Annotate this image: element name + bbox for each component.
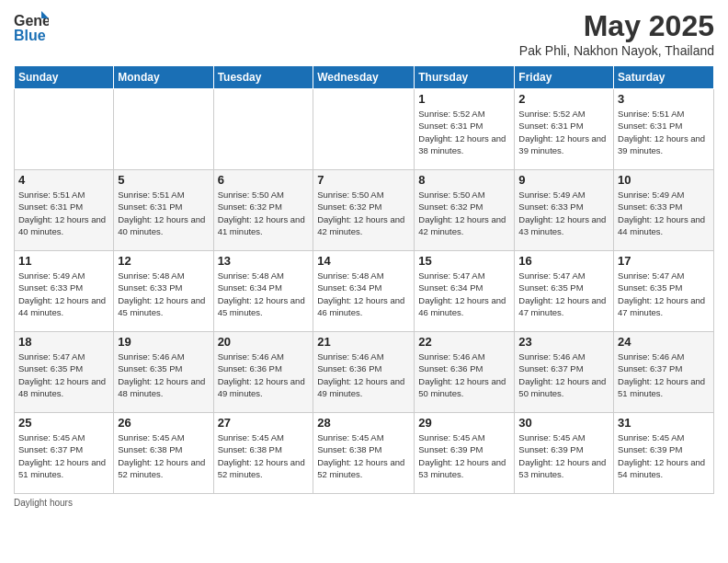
column-header-monday: Monday — [114, 66, 213, 89]
day-info: Sunrise: 5:45 AM Sunset: 6:37 PM Dayligh… — [18, 431, 109, 480]
calendar-header-row: SundayMondayTuesdayWednesdayThursdayFrid… — [15, 66, 714, 89]
calendar-cell: 1Sunrise: 5:52 AM Sunset: 6:31 PM Daylig… — [415, 89, 515, 170]
day-info: Sunrise: 5:50 AM Sunset: 6:32 PM Dayligh… — [317, 189, 410, 237]
day-info: Sunrise: 5:45 AM Sunset: 6:39 PM Dayligh… — [618, 431, 710, 480]
day-info: Sunrise: 5:46 AM Sunset: 6:35 PM Dayligh… — [118, 350, 209, 399]
day-number: 27 — [218, 416, 310, 430]
day-number: 25 — [18, 416, 109, 430]
calendar-cell: 16Sunrise: 5:47 AM Sunset: 6:35 PM Dayli… — [515, 251, 614, 332]
calendar-cell: 31Sunrise: 5:45 AM Sunset: 6:39 PM Dayli… — [614, 413, 714, 494]
day-info: Sunrise: 5:47 AM Sunset: 6:35 PM Dayligh… — [18, 350, 109, 399]
day-info: Sunrise: 5:49 AM Sunset: 6:33 PM Dayligh… — [18, 270, 109, 318]
calendar-cell: 19Sunrise: 5:46 AM Sunset: 6:35 PM Dayli… — [114, 332, 213, 413]
day-info: Sunrise: 5:48 AM Sunset: 6:34 PM Dayligh… — [218, 270, 310, 318]
day-number: 21 — [317, 335, 410, 349]
day-number: 8 — [418, 173, 510, 187]
day-info: Sunrise: 5:47 AM Sunset: 6:34 PM Dayligh… — [418, 270, 510, 318]
week-row-5: 25Sunrise: 5:45 AM Sunset: 6:37 PM Dayli… — [15, 413, 714, 494]
day-number: 3 — [618, 92, 710, 106]
calendar-cell: 12Sunrise: 5:48 AM Sunset: 6:33 PM Dayli… — [114, 251, 213, 332]
calendar-cell: 6Sunrise: 5:50 AM Sunset: 6:32 PM Daylig… — [213, 170, 313, 251]
page: General Blue May 2025 Pak Phli, Nakhon N… — [0, 0, 728, 563]
day-number: 17 — [618, 254, 710, 268]
day-number: 10 — [618, 173, 710, 187]
week-row-4: 18Sunrise: 5:47 AM Sunset: 6:35 PM Dayli… — [15, 332, 714, 413]
day-number: 30 — [518, 416, 609, 430]
week-row-1: 1Sunrise: 5:52 AM Sunset: 6:31 PM Daylig… — [15, 89, 714, 170]
day-info: Sunrise: 5:46 AM Sunset: 6:36 PM Dayligh… — [218, 350, 310, 399]
day-info: Sunrise: 5:52 AM Sunset: 6:31 PM Dayligh… — [418, 108, 510, 156]
day-info: Sunrise: 5:47 AM Sunset: 6:35 PM Dayligh… — [618, 270, 710, 318]
day-info: Sunrise: 5:45 AM Sunset: 6:38 PM Dayligh… — [118, 431, 209, 480]
calendar-cell: 5Sunrise: 5:51 AM Sunset: 6:31 PM Daylig… — [114, 170, 213, 251]
calendar-cell: 23Sunrise: 5:46 AM Sunset: 6:37 PM Dayli… — [515, 332, 614, 413]
svg-text:Blue: Blue — [14, 28, 46, 43]
day-info: Sunrise: 5:51 AM Sunset: 6:31 PM Dayligh… — [118, 189, 209, 237]
header: General Blue May 2025 Pak Phli, Nakhon N… — [14, 9, 714, 58]
day-info: Sunrise: 5:45 AM Sunset: 6:39 PM Dayligh… — [518, 431, 609, 480]
day-number: 6 — [218, 173, 310, 187]
day-number: 15 — [418, 254, 510, 268]
day-info: Sunrise: 5:49 AM Sunset: 6:33 PM Dayligh… — [518, 189, 609, 237]
day-number: 16 — [518, 254, 609, 268]
day-info: Sunrise: 5:46 AM Sunset: 6:36 PM Dayligh… — [418, 350, 510, 399]
day-info: Sunrise: 5:46 AM Sunset: 6:37 PM Dayligh… — [618, 350, 710, 399]
calendar-cell — [313, 89, 415, 170]
calendar-cell — [114, 89, 213, 170]
day-info: Sunrise: 5:50 AM Sunset: 6:32 PM Dayligh… — [418, 189, 510, 237]
column-header-tuesday: Tuesday — [213, 66, 313, 89]
day-number: 19 — [118, 335, 209, 349]
calendar-cell: 25Sunrise: 5:45 AM Sunset: 6:37 PM Dayli… — [15, 413, 114, 494]
day-number: 20 — [218, 335, 310, 349]
calendar-cell: 15Sunrise: 5:47 AM Sunset: 6:34 PM Dayli… — [415, 251, 515, 332]
day-info: Sunrise: 5:48 AM Sunset: 6:33 PM Dayligh… — [118, 270, 209, 318]
day-number: 13 — [218, 254, 310, 268]
calendar-cell: 8Sunrise: 5:50 AM Sunset: 6:32 PM Daylig… — [415, 170, 515, 251]
calendar-cell: 2Sunrise: 5:52 AM Sunset: 6:31 PM Daylig… — [515, 89, 614, 170]
calendar-cell — [15, 89, 114, 170]
calendar-cell: 20Sunrise: 5:46 AM Sunset: 6:36 PM Dayli… — [213, 332, 313, 413]
day-number: 9 — [518, 173, 609, 187]
day-number: 4 — [18, 173, 109, 187]
day-info: Sunrise: 5:49 AM Sunset: 6:33 PM Dayligh… — [618, 189, 710, 237]
logo: General Blue — [14, 9, 49, 52]
day-number: 31 — [618, 416, 710, 430]
calendar-cell: 17Sunrise: 5:47 AM Sunset: 6:35 PM Dayli… — [614, 251, 714, 332]
title-block: May 2025 Pak Phli, Nakhon Nayok, Thailan… — [519, 9, 714, 58]
logo-icon: General Blue — [14, 9, 49, 52]
day-info: Sunrise: 5:46 AM Sunset: 6:36 PM Dayligh… — [317, 350, 410, 399]
column-header-friday: Friday — [515, 66, 614, 89]
calendar-cell: 9Sunrise: 5:49 AM Sunset: 6:33 PM Daylig… — [515, 170, 614, 251]
calendar-cell — [213, 89, 313, 170]
day-number: 11 — [18, 254, 109, 268]
calendar-cell: 18Sunrise: 5:47 AM Sunset: 6:35 PM Dayli… — [15, 332, 114, 413]
footer-note: Daylight hours — [14, 498, 714, 508]
day-number: 5 — [118, 173, 209, 187]
calendar-cell: 14Sunrise: 5:48 AM Sunset: 6:34 PM Dayli… — [313, 251, 415, 332]
day-number: 23 — [518, 335, 609, 349]
calendar-cell: 3Sunrise: 5:51 AM Sunset: 6:31 PM Daylig… — [614, 89, 714, 170]
day-info: Sunrise: 5:52 AM Sunset: 6:31 PM Dayligh… — [518, 108, 609, 156]
calendar-cell: 7Sunrise: 5:50 AM Sunset: 6:32 PM Daylig… — [313, 170, 415, 251]
calendar-cell: 13Sunrise: 5:48 AM Sunset: 6:34 PM Dayli… — [213, 251, 313, 332]
day-number: 26 — [118, 416, 209, 430]
day-number: 7 — [317, 173, 410, 187]
calendar-cell: 10Sunrise: 5:49 AM Sunset: 6:33 PM Dayli… — [614, 170, 714, 251]
calendar-cell: 24Sunrise: 5:46 AM Sunset: 6:37 PM Dayli… — [614, 332, 714, 413]
calendar-cell: 21Sunrise: 5:46 AM Sunset: 6:36 PM Dayli… — [313, 332, 415, 413]
day-info: Sunrise: 5:46 AM Sunset: 6:37 PM Dayligh… — [518, 350, 609, 399]
day-number: 29 — [418, 416, 510, 430]
day-info: Sunrise: 5:51 AM Sunset: 6:31 PM Dayligh… — [618, 108, 710, 156]
day-number: 1 — [418, 92, 510, 106]
calendar-cell: 22Sunrise: 5:46 AM Sunset: 6:36 PM Dayli… — [415, 332, 515, 413]
day-number: 28 — [317, 416, 410, 430]
day-number: 24 — [618, 335, 710, 349]
day-info: Sunrise: 5:47 AM Sunset: 6:35 PM Dayligh… — [518, 270, 609, 318]
day-info: Sunrise: 5:50 AM Sunset: 6:32 PM Dayligh… — [218, 189, 310, 237]
day-info: Sunrise: 5:45 AM Sunset: 6:39 PM Dayligh… — [418, 431, 510, 480]
column-header-thursday: Thursday — [415, 66, 515, 89]
day-info: Sunrise: 5:51 AM Sunset: 6:31 PM Dayligh… — [18, 189, 109, 237]
calendar-cell: 27Sunrise: 5:45 AM Sunset: 6:38 PM Dayli… — [213, 413, 313, 494]
day-number: 2 — [518, 92, 609, 106]
day-info: Sunrise: 5:45 AM Sunset: 6:38 PM Dayligh… — [317, 431, 410, 480]
